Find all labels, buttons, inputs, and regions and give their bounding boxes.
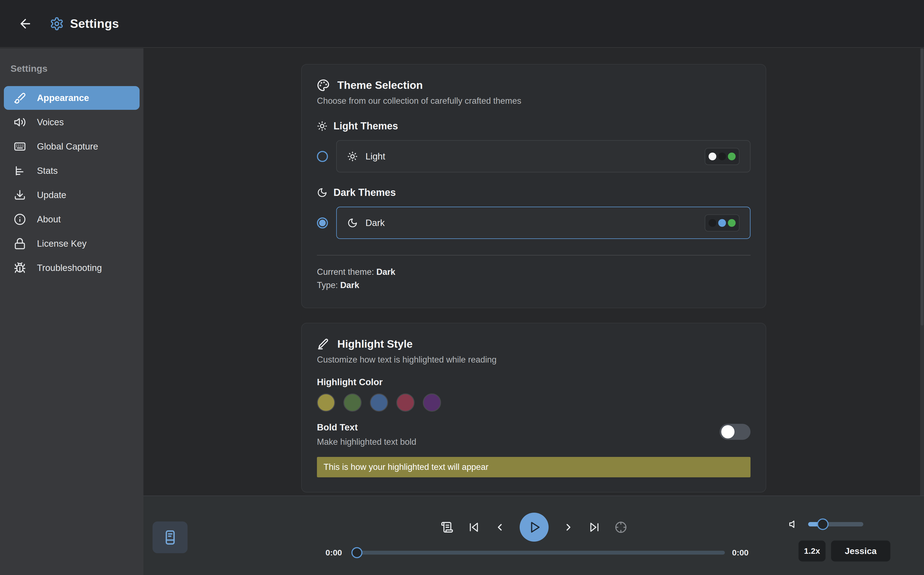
voice-button[interactable]: Jessica bbox=[831, 540, 890, 561]
light-theme-preview bbox=[705, 148, 740, 165]
sidebar-item-stats[interactable]: Stats bbox=[4, 159, 139, 183]
sidebar-item-label: Global Capture bbox=[37, 141, 98, 152]
dark-theme-option[interactable]: Dark bbox=[336, 206, 751, 239]
skip-to-end-button[interactable] bbox=[588, 521, 601, 533]
swatch-olive[interactable] bbox=[317, 394, 335, 411]
dark-theme-preview bbox=[705, 214, 740, 232]
play-icon bbox=[528, 521, 541, 534]
sidebar-item-global-capture[interactable]: Global Capture bbox=[4, 135, 139, 158]
light-theme-radio[interactable] bbox=[317, 151, 328, 162]
theme-selection-card: Theme Selection Choose from our collecti… bbox=[301, 64, 766, 308]
player-badges: 1.2x Jessica bbox=[799, 540, 890, 561]
swatch-green[interactable] bbox=[343, 394, 361, 411]
option-label: Dark bbox=[366, 218, 385, 228]
skip-to-start-icon bbox=[468, 521, 480, 533]
sun-icon bbox=[317, 121, 327, 131]
volume-control bbox=[789, 519, 863, 530]
scroll-text-icon bbox=[441, 521, 453, 534]
bold-text-toggle[interactable] bbox=[720, 424, 751, 440]
sidebar-item-appearance[interactable]: Appearance bbox=[4, 86, 139, 110]
previous-button[interactable] bbox=[494, 522, 505, 533]
focus-mode-button[interactable] bbox=[615, 521, 627, 533]
bold-text-label: Bold Text bbox=[317, 422, 720, 433]
gear-icon bbox=[50, 17, 64, 31]
sidebar-item-about[interactable]: About bbox=[4, 208, 139, 231]
lock-icon bbox=[14, 238, 26, 250]
scrollbar-thumb[interactable] bbox=[921, 48, 924, 326]
sidebar-heading: Settings bbox=[11, 63, 139, 74]
skip-to-end-icon bbox=[588, 521, 601, 533]
light-theme-option[interactable]: Light bbox=[336, 140, 751, 172]
keyboard-icon bbox=[14, 140, 26, 152]
sidebar-item-troubleshooting[interactable]: Troubleshooting bbox=[4, 256, 139, 280]
current-theme-info: Current theme: Dark Type: Dark bbox=[317, 265, 751, 292]
chevron-right-icon bbox=[563, 522, 574, 533]
speaker-icon bbox=[789, 519, 800, 530]
top-bar: Settings bbox=[0, 0, 924, 48]
paintbrush-icon bbox=[14, 92, 26, 104]
arrow-left-icon bbox=[18, 17, 33, 31]
sidebar-item-label: Update bbox=[37, 190, 66, 200]
sidebar-item-label: Appearance bbox=[37, 93, 89, 103]
timeline: 0:00 0:00 bbox=[325, 548, 752, 558]
sidebar-item-label: Stats bbox=[37, 165, 58, 176]
swatch-blue[interactable] bbox=[370, 394, 388, 411]
chevron-left-icon bbox=[494, 522, 505, 533]
volume-fill bbox=[808, 522, 823, 526]
skip-to-start-button[interactable] bbox=[468, 521, 480, 533]
scrollbar[interactable] bbox=[920, 48, 924, 496]
sun-icon bbox=[347, 151, 358, 162]
highlight-style-card: Highlight Style Customize how text is hi… bbox=[301, 323, 766, 492]
crosshair-icon bbox=[615, 521, 627, 533]
page-title: Settings bbox=[70, 17, 119, 31]
info-icon bbox=[14, 213, 26, 226]
moon-icon bbox=[317, 187, 327, 198]
current-time: 0:00 bbox=[325, 548, 346, 558]
volume-track[interactable] bbox=[808, 522, 863, 526]
sidebar-item-label: Troubleshooting bbox=[37, 263, 102, 273]
progress-track[interactable] bbox=[352, 551, 725, 554]
player-bar: 0:00 0:00 1.2x Jessica bbox=[143, 496, 924, 575]
sidebar-item-license-key[interactable]: License Key bbox=[4, 232, 139, 256]
highlight-preview-text: This is how your highlighted text will a… bbox=[323, 462, 488, 472]
sidebar-item-voices[interactable]: Voices bbox=[4, 110, 139, 134]
progress-thumb[interactable] bbox=[352, 547, 363, 558]
dark-theme-radio[interactable] bbox=[317, 218, 328, 229]
highlight-preview: This is how your highlighted text will a… bbox=[317, 457, 751, 477]
card-subtitle: Choose from our collection of carefully … bbox=[317, 96, 751, 106]
moon-icon bbox=[347, 218, 358, 228]
scroll-text-button[interactable] bbox=[441, 521, 453, 534]
bold-text-description: Make highlighted text bold bbox=[317, 437, 720, 447]
dark-themes-heading: Dark Themes bbox=[333, 187, 396, 199]
volume-thumb[interactable] bbox=[817, 518, 829, 530]
back-button[interactable] bbox=[17, 16, 34, 32]
pen-line-icon bbox=[317, 338, 330, 350]
next-button[interactable] bbox=[563, 522, 574, 533]
card-subtitle: Customize how text is highlighted while … bbox=[317, 355, 751, 365]
total-time: 0:00 bbox=[732, 548, 752, 558]
sidebar: Settings Appearance Voices Global Captur… bbox=[0, 48, 143, 575]
option-label: Light bbox=[366, 151, 385, 162]
download-icon bbox=[14, 189, 26, 201]
card-title: Theme Selection bbox=[337, 79, 423, 91]
settings-content: Theme Selection Choose from our collecti… bbox=[143, 48, 924, 496]
bug-icon bbox=[14, 262, 26, 274]
stats-icon bbox=[14, 165, 26, 177]
highlight-color-swatches bbox=[317, 394, 751, 411]
play-button[interactable] bbox=[520, 513, 548, 542]
sidebar-item-label: License Key bbox=[37, 238, 87, 249]
toggle-knob bbox=[721, 425, 734, 438]
playback-speed-button[interactable]: 1.2x bbox=[799, 540, 826, 561]
swatch-purple[interactable] bbox=[423, 394, 441, 411]
highlight-color-label: Highlight Color bbox=[317, 377, 751, 388]
speaker-icon bbox=[14, 116, 26, 128]
sidebar-item-label: About bbox=[37, 214, 61, 225]
divider bbox=[317, 255, 751, 256]
card-title: Highlight Style bbox=[337, 338, 413, 350]
swatch-red[interactable] bbox=[396, 394, 415, 411]
sidebar-item-label: Voices bbox=[37, 117, 64, 127]
sidebar-item-update[interactable]: Update bbox=[4, 183, 139, 207]
palette-icon bbox=[317, 79, 330, 92]
light-themes-heading: Light Themes bbox=[333, 120, 398, 132]
